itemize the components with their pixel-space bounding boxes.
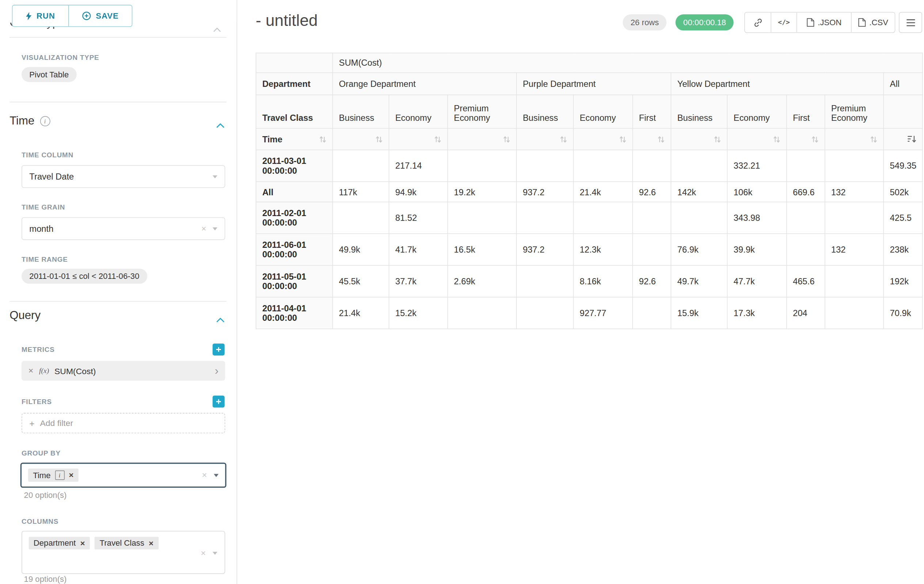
value-cell: 937.2 xyxy=(516,234,573,265)
sort-header-cell-active[interactable] xyxy=(883,128,922,150)
clear-icon[interactable]: ✕ xyxy=(201,549,206,557)
sort-icon[interactable] xyxy=(657,135,665,143)
time-range-label: TIME RANGE xyxy=(21,255,68,263)
info-icon[interactable]: i xyxy=(40,116,50,126)
sort-icon[interactable] xyxy=(714,135,721,143)
row-header-cell: 2011-04-01 00:00:00 xyxy=(256,297,333,329)
sort-header-cell[interactable] xyxy=(448,128,517,150)
value-cell: 17.3k xyxy=(727,297,786,329)
col-dimension-label-cell: Department xyxy=(256,72,333,95)
sort-icon[interactable] xyxy=(503,135,510,143)
info-icon[interactable]: i xyxy=(55,470,64,480)
caret-down-icon[interactable] xyxy=(214,474,218,477)
sort-header-cell[interactable] xyxy=(516,128,573,150)
sort-header-cell[interactable] xyxy=(573,128,632,150)
value-cell xyxy=(825,202,884,234)
value-cell: 204 xyxy=(787,297,825,329)
control-panel-sidebar: Chart Type RUN SAVE VISUALIZATION TYPE P… xyxy=(0,0,237,584)
menu-button[interactable] xyxy=(899,12,922,33)
caret-down-icon xyxy=(213,227,217,230)
group-by-select[interactable]: Timei✕ ✕ xyxy=(20,462,226,488)
sort-header-cell[interactable] xyxy=(333,128,389,150)
download-csv-label: .CSV xyxy=(869,18,888,27)
remove-metric-icon[interactable]: ✕ xyxy=(28,367,34,375)
value-cell xyxy=(787,150,825,182)
metric-label: SUM(Cost) xyxy=(54,366,96,375)
time-column-select[interactable]: Travel Date xyxy=(21,165,225,188)
caret-down-icon[interactable] xyxy=(213,552,217,555)
sort-icon[interactable] xyxy=(560,135,567,143)
save-button[interactable]: SAVE xyxy=(68,5,132,26)
sort-header-cell[interactable] xyxy=(671,128,727,150)
value-cell: 21.4k xyxy=(333,297,389,329)
value-cell: 502k xyxy=(883,182,922,202)
sort-header-cell[interactable] xyxy=(727,128,786,150)
value-cell: 132 xyxy=(825,182,884,202)
time-grain-select[interactable]: month ✕ xyxy=(21,217,225,240)
download-json-button[interactable]: .JSON xyxy=(797,12,851,32)
value-cell xyxy=(573,150,632,182)
value-cell xyxy=(825,265,884,297)
file-icon xyxy=(807,18,814,27)
value-cell xyxy=(632,202,671,234)
add-filter-plus-button[interactable] xyxy=(213,396,224,408)
sort-header-cell[interactable] xyxy=(632,128,671,150)
divider xyxy=(10,301,226,302)
chart-type-collapse-icon[interactable] xyxy=(213,24,221,35)
value-cell: 106k xyxy=(727,182,786,202)
copy-link-button[interactable] xyxy=(745,12,771,32)
row-header-cell: 2011-05-01 00:00:00 xyxy=(256,265,333,297)
clear-icon[interactable]: ✕ xyxy=(201,471,207,479)
sort-icon[interactable] xyxy=(773,135,780,143)
clear-icon[interactable]: ✕ xyxy=(201,225,207,232)
value-cell: 927.77 xyxy=(573,297,632,329)
chevron-up-icon[interactable] xyxy=(216,118,224,131)
time-range-value[interactable]: 2011-01-01 ≤ col < 2011-06-30 xyxy=(21,269,147,284)
embed-code-button[interactable]: </> xyxy=(771,12,797,32)
file-icon xyxy=(858,18,866,27)
sort-icon[interactable] xyxy=(619,135,626,143)
sort-icon[interactable] xyxy=(375,135,383,143)
remove-icon[interactable]: ✕ xyxy=(80,540,85,547)
travel-class-header-cell: Business xyxy=(333,95,389,128)
sort-icon[interactable] xyxy=(870,135,877,143)
group-by-chip[interactable]: Timei✕ xyxy=(28,469,79,482)
sort-header-cell[interactable] xyxy=(389,128,448,150)
remove-icon[interactable]: ✕ xyxy=(148,540,153,547)
time-grain-label: TIME GRAIN xyxy=(21,203,65,211)
value-cell: 465.6 xyxy=(787,265,825,297)
chart-title[interactable]: - untitled xyxy=(256,12,318,30)
download-csv-button[interactable]: .CSV xyxy=(851,12,895,32)
sort-header-cell[interactable] xyxy=(787,128,825,150)
value-cell xyxy=(632,234,671,265)
columns-select[interactable]: Department✕Travel Class✕ ✕ xyxy=(21,531,225,574)
add-filter-button[interactable]: + Add filter xyxy=(21,413,225,433)
sort-icon[interactable] xyxy=(434,135,442,143)
chevron-up-icon[interactable] xyxy=(216,313,224,326)
value-cell: 937.2 xyxy=(516,182,573,202)
remove-icon[interactable]: ✕ xyxy=(69,472,74,479)
visualization-type-value[interactable]: Pivot Table xyxy=(21,67,77,82)
sort-desc-icon[interactable] xyxy=(908,135,917,143)
row-count-badge: 26 rows xyxy=(623,14,667,30)
row-dimension-header-cell[interactable]: Time xyxy=(256,128,333,150)
value-cell: 81.52 xyxy=(389,202,448,234)
function-icon: f(x) xyxy=(39,366,49,375)
add-metric-button[interactable] xyxy=(213,344,224,355)
table-row: 2011-05-01 00:00:0045.5k37.7k2.69k8.16k9… xyxy=(256,265,923,297)
run-button[interactable]: RUN xyxy=(12,5,68,26)
row-dimension-label: Time xyxy=(262,134,319,144)
time-column-value: Travel Date xyxy=(29,172,74,181)
travel-class-header-cell: Business xyxy=(516,95,573,128)
value-cell: 549.35 xyxy=(883,150,922,182)
chevron-right-icon[interactable]: › xyxy=(215,365,218,376)
metric-item[interactable]: ✕ f(x) SUM(Cost) › xyxy=(21,361,225,381)
sort-icon[interactable] xyxy=(812,135,819,143)
columns-chip[interactable]: Department✕ xyxy=(29,537,90,549)
sort-icon[interactable] xyxy=(319,135,327,143)
department-header-cell: Yellow Department xyxy=(671,72,883,95)
value-cell: 343.98 xyxy=(727,202,786,234)
columns-chip[interactable]: Travel Class✕ xyxy=(95,537,158,549)
sort-header-cell[interactable] xyxy=(825,128,884,150)
value-cell xyxy=(671,150,727,182)
